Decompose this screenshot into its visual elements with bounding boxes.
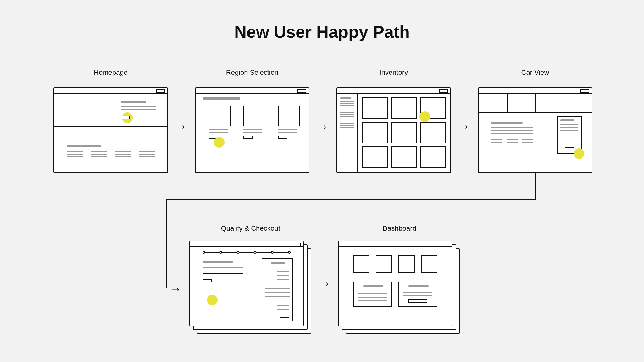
- window-titlebar: [196, 88, 309, 94]
- diagram-title: New User Happy Path: [0, 22, 644, 41]
- step-label-dashboard: Dashboard: [338, 224, 461, 233]
- wireframe-qualify: [189, 241, 304, 326]
- arrow-icon: →: [169, 283, 182, 295]
- step-label-region: Region Selection: [195, 69, 309, 77]
- wireframe-inventory: [336, 87, 451, 173]
- window-titlebar: [339, 241, 452, 247]
- window-titlebar: [190, 241, 303, 247]
- highlight-dot: [574, 148, 584, 159]
- wireframe-dashboard: [338, 241, 452, 326]
- window-titlebar: [54, 88, 167, 94]
- wireframe-region: [195, 87, 309, 173]
- step-label-qualify: Qualify & Checkout: [189, 224, 312, 233]
- highlight-dot: [214, 137, 225, 148]
- window-titlebar: [479, 88, 592, 94]
- arrow-icon: →: [316, 120, 329, 133]
- step-label-inventory: Inventory: [336, 69, 451, 77]
- step-label-homepage: Homepage: [53, 69, 168, 77]
- arrow-icon: →: [175, 120, 187, 133]
- arrow-icon: →: [458, 120, 470, 133]
- highlight-dot: [207, 295, 218, 305]
- wireframe-homepage: [53, 87, 168, 173]
- highlight-dot: [419, 111, 430, 122]
- arrow-icon: →: [318, 277, 331, 290]
- window-titlebar: [337, 88, 450, 94]
- wireframe-carview: [478, 87, 592, 173]
- step-label-carview: Car View: [478, 69, 592, 77]
